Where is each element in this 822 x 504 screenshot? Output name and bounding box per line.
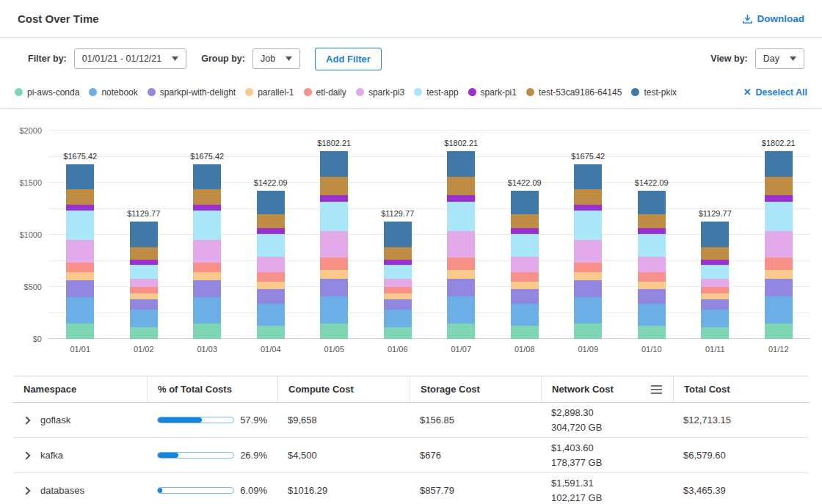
bar-segment-test-53ca9186-64145[interactable]	[384, 247, 412, 260]
download-button[interactable]: Download	[742, 13, 805, 24]
view-by-select[interactable]: Day	[755, 48, 804, 69]
legend-item-sparkpi-with-delight[interactable]: sparkpi-with-delight	[148, 87, 236, 98]
bar-segment-sparkpi-with-delight[interactable]	[257, 289, 285, 304]
bar-segment-spark-pi1[interactable]	[320, 195, 348, 202]
bar-segment-etl-daily[interactable]	[447, 258, 475, 270]
bar-segment-parallel-1[interactable]	[574, 272, 602, 280]
bar-segment-sparkpi-with-delight[interactable]	[638, 289, 666, 304]
bar-segment-spark-pi3[interactable]	[765, 231, 793, 258]
expand-chevron-icon[interactable]	[23, 416, 32, 425]
group-by-select[interactable]: Job	[252, 48, 300, 69]
bar-segment-spark-pi3[interactable]	[257, 257, 285, 272]
bar-segment-spark-pi1[interactable]	[193, 205, 221, 211]
bar-segment-test-app[interactable]	[638, 234, 666, 257]
bar-segment-parallel-1[interactable]	[193, 272, 221, 280]
deselect-all-button[interactable]: ✕ Deselect All	[743, 87, 807, 98]
legend-item-spark-pi1[interactable]: spark-pi1	[468, 87, 517, 98]
bar-segment-spark-pi3[interactable]	[320, 231, 348, 258]
stacked-bar-01/11[interactable]	[701, 222, 729, 339]
stacked-bar-01/06[interactable]	[384, 222, 412, 339]
bar-segment-pi-aws-conda[interactable]	[320, 324, 348, 339]
bar-segment-test-53ca9186-64145[interactable]	[765, 177, 793, 196]
bar-segment-notebook[interactable]	[765, 296, 793, 324]
bar-segment-test-app[interactable]	[511, 234, 539, 257]
bar-segment-parallel-1[interactable]	[66, 272, 94, 280]
legend-item-test-pkix[interactable]: test-pkix	[631, 87, 677, 98]
bar-segment-spark-pi1[interactable]	[638, 228, 666, 234]
bar-segment-parallel-1[interactable]	[384, 293, 412, 299]
bar-segment-parallel-1[interactable]	[447, 270, 475, 279]
bar-segment-pi-aws-conda[interactable]	[257, 326, 285, 339]
bar-segment-notebook[interactable]	[638, 304, 666, 326]
bar-segment-pi-aws-conda[interactable]	[193, 324, 221, 339]
bar-segment-test-pkix[interactable]	[66, 164, 94, 189]
bar-segment-etl-daily[interactable]	[66, 263, 94, 272]
bar-segment-etl-daily[interactable]	[384, 287, 412, 293]
bar-segment-sparkpi-with-delight[interactable]	[701, 299, 729, 310]
bar-segment-test-53ca9186-64145[interactable]	[66, 189, 94, 205]
bar-segment-test-53ca9186-64145[interactable]	[320, 177, 348, 196]
bar-segment-spark-pi3[interactable]	[384, 279, 412, 287]
bar-segment-notebook[interactable]	[447, 296, 475, 324]
bar-segment-sparkpi-with-delight[interactable]	[130, 299, 158, 310]
bar-segment-pi-aws-conda[interactable]	[384, 327, 412, 339]
bar-segment-notebook[interactable]	[320, 296, 348, 324]
bar-segment-test-53ca9186-64145[interactable]	[574, 189, 602, 205]
bar-segment-sparkpi-with-delight[interactable]	[384, 299, 412, 310]
bar-segment-notebook[interactable]	[130, 310, 158, 327]
bar-segment-parallel-1[interactable]	[130, 293, 158, 299]
bar-segment-pi-aws-conda[interactable]	[701, 327, 729, 339]
bar-segment-test-pkix[interactable]	[574, 164, 602, 189]
expand-chevron-icon[interactable]	[23, 451, 32, 460]
bar-segment-test-pkix[interactable]	[130, 222, 158, 247]
bar-segment-sparkpi-with-delight[interactable]	[320, 279, 348, 296]
stacked-bar-01/07[interactable]	[447, 151, 475, 339]
bar-segment-test-pkix[interactable]	[384, 222, 412, 247]
bar-segment-test-53ca9186-64145[interactable]	[511, 214, 539, 227]
stacked-bar-01/12[interactable]	[765, 151, 793, 339]
bar-segment-pi-aws-conda[interactable]	[66, 324, 94, 339]
bar-segment-test-pkix[interactable]	[447, 151, 475, 176]
stacked-bar-01/03[interactable]	[193, 164, 221, 339]
bar-segment-etl-daily[interactable]	[574, 263, 602, 272]
bar-segment-parallel-1[interactable]	[511, 282, 539, 289]
bar-segment-etl-daily[interactable]	[511, 272, 539, 282]
bar-segment-pi-aws-conda[interactable]	[447, 324, 475, 339]
bar-segment-spark-pi3[interactable]	[66, 240, 94, 263]
bar-segment-test-53ca9186-64145[interactable]	[193, 189, 221, 205]
legend-item-pi-aws-conda[interactable]: pi-aws-conda	[15, 87, 79, 98]
bar-segment-pi-aws-conda[interactable]	[130, 327, 158, 339]
bar-segment-test-pkix[interactable]	[638, 191, 666, 214]
stacked-bar-01/02[interactable]	[130, 222, 158, 339]
bar-segment-sparkpi-with-delight[interactable]	[511, 289, 539, 304]
expand-chevron-icon[interactable]	[23, 486, 32, 495]
bar-segment-test-app[interactable]	[66, 211, 94, 240]
bar-segment-parallel-1[interactable]	[638, 282, 666, 289]
bar-segment-spark-pi1[interactable]	[765, 195, 793, 202]
bar-segment-notebook[interactable]	[257, 304, 285, 326]
legend-item-etl-daily[interactable]: etl-daily	[304, 87, 346, 98]
legend-item-spark-pi3[interactable]: spark-pi3	[356, 87, 404, 98]
stacked-bar-01/10[interactable]	[638, 191, 666, 339]
bar-segment-test-app[interactable]	[193, 211, 221, 240]
bar-segment-spark-pi1[interactable]	[66, 205, 94, 211]
bar-segment-test-53ca9186-64145[interactable]	[257, 214, 285, 227]
stacked-bar-01/08[interactable]	[511, 191, 539, 339]
bar-segment-sparkpi-with-delight[interactable]	[193, 280, 221, 297]
bar-segment-test-pkix[interactable]	[765, 151, 793, 176]
bar-segment-spark-pi3[interactable]	[130, 279, 158, 287]
bar-segment-test-pkix[interactable]	[193, 164, 221, 189]
bar-segment-test-53ca9186-64145[interactable]	[447, 177, 475, 196]
bar-segment-pi-aws-conda[interactable]	[511, 326, 539, 339]
bar-segment-test-pkix[interactable]	[511, 191, 539, 214]
bar-segment-sparkpi-with-delight[interactable]	[66, 280, 94, 297]
bar-segment-test-app[interactable]	[257, 234, 285, 257]
bar-segment-pi-aws-conda[interactable]	[574, 324, 602, 339]
bar-segment-sparkpi-with-delight[interactable]	[765, 279, 793, 296]
bar-segment-notebook[interactable]	[511, 304, 539, 326]
bar-segment-spark-pi1[interactable]	[257, 228, 285, 234]
legend-item-test-53ca9186-64145[interactable]: test-53ca9186-64145	[526, 87, 622, 98]
bar-segment-pi-aws-conda[interactable]	[638, 326, 666, 339]
stacked-bar-01/09[interactable]	[574, 164, 602, 339]
bar-segment-notebook[interactable]	[384, 310, 412, 327]
